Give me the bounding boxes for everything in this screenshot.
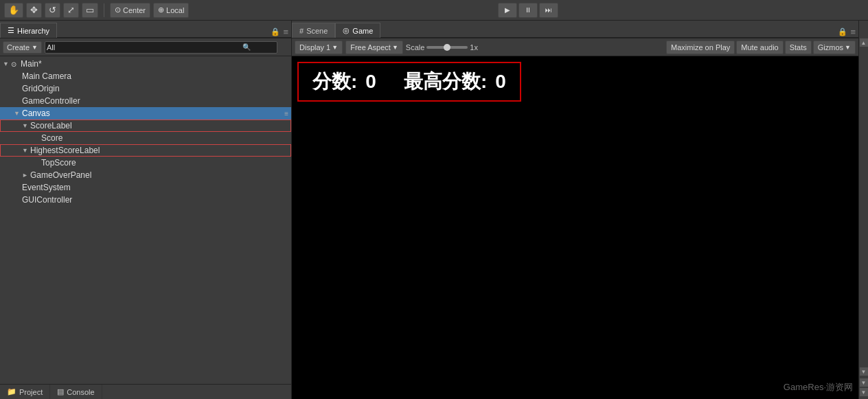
project-tab[interactable]: 📁 Project bbox=[0, 385, 50, 400]
menu-icon[interactable]: ≡ bbox=[283, 27, 288, 37]
game-toolbar-right: Maximize on Play Mute audio Stats Gizmos… bbox=[666, 41, 856, 54]
play-button[interactable]: ▶ bbox=[498, 3, 517, 18]
scene-tab-icon: # bbox=[299, 27, 304, 35]
step-button[interactable]: ⏭ bbox=[539, 3, 558, 18]
hier-item-guicontroller[interactable]: GUIController bbox=[0, 194, 291, 206]
gizmos-button[interactable]: Gizmos ▼ bbox=[813, 41, 856, 54]
scroll-down-button-2[interactable]: ▼ bbox=[860, 378, 868, 387]
move-tool-button[interactable]: ✥ bbox=[26, 3, 42, 18]
display-button[interactable]: Display 1 ▼ bbox=[295, 41, 343, 54]
score-group: 分数: 0 bbox=[312, 69, 376, 95]
hierarchy-tab[interactable]: ☰ Hierarchy bbox=[0, 23, 57, 38]
scale-tool-button[interactable]: ⤢ bbox=[63, 3, 79, 18]
watermark: GameRes·游资网 bbox=[784, 381, 853, 394]
high-score-label: 最高分数: bbox=[404, 69, 487, 95]
create-dropdown-icon: ▼ bbox=[32, 44, 38, 51]
right-panel-menu-icon[interactable]: ≡ bbox=[850, 27, 856, 37]
game-tab-icon: ◎ bbox=[343, 26, 350, 35]
scale-slider[interactable] bbox=[426, 46, 468, 49]
rotate-tool-button[interactable]: ↺ bbox=[45, 3, 60, 18]
scroll-up-button[interactable]: ▲ bbox=[860, 38, 868, 47]
top-toolbar: ✋ ✥ ↺ ⤢ ▭ ⊙ Center ⊕ Local ▶ ⏸ ⏭ bbox=[0, 0, 868, 21]
create-button[interactable]: Create ▼ bbox=[3, 41, 42, 54]
aspect-dropdown-icon: ▼ bbox=[392, 44, 398, 51]
hier-item-gameoverpanel[interactable]: ► GameOverPanel bbox=[0, 169, 291, 181]
local-button[interactable]: ⊕ Local bbox=[153, 3, 189, 18]
console-tab[interactable]: ▤ Console bbox=[50, 385, 102, 400]
scale-control: Scale 1x bbox=[406, 43, 478, 52]
right-panel-lock-icon[interactable]: 🔒 bbox=[838, 27, 847, 36]
project-icon: 📁 bbox=[7, 387, 16, 396]
game-tab[interactable]: ◎ Game bbox=[335, 23, 380, 38]
scene-tab[interactable]: # Scene bbox=[292, 23, 335, 38]
search-icon: 🔍 bbox=[242, 43, 251, 51]
center-button[interactable]: ⊙ Center bbox=[110, 3, 150, 18]
hierarchy-tree: ▼ ⊙ Main* Main Camera GridOrigin GameCon… bbox=[0, 56, 291, 384]
gizmos-dropdown-icon: ▼ bbox=[845, 44, 851, 51]
high-score-group: 最高分数: 0 bbox=[404, 69, 506, 95]
maximize-on-play-button[interactable]: Maximize on Play bbox=[666, 41, 735, 54]
aspect-button[interactable]: Free Aspect ▼ bbox=[345, 41, 403, 54]
scene-icon: ⊙ bbox=[11, 60, 21, 68]
scroll-down-button-3[interactable]: ▼ bbox=[860, 388, 868, 396]
pause-icon: ⏸ bbox=[525, 6, 532, 14]
game-viewport: 分数: 0 最高分数: 0 GameRes·游资网 bbox=[292, 56, 858, 399]
hier-item-eventsystem[interactable]: EventSystem bbox=[0, 181, 291, 194]
hier-item-score[interactable]: Score bbox=[0, 132, 291, 144]
hier-item-gamecontroller[interactable]: GameController bbox=[0, 95, 291, 107]
hierarchy-panel: ☰ Hierarchy 🔒 ≡ Create ▼ 🔍 ▼ ⊙ bbox=[0, 21, 292, 399]
pause-button[interactable]: ⏸ bbox=[518, 3, 538, 18]
right-scrollbar: ▲ ▼ ▼ ▼ bbox=[858, 21, 868, 399]
console-icon: ▤ bbox=[57, 387, 64, 396]
hier-item-highestscorelabel[interactable]: ▼ HighestScoreLabel bbox=[0, 144, 291, 157]
game-toolbar: Display 1 ▼ Free Aspect ▼ Scale 1x Maxim… bbox=[292, 38, 858, 56]
hierarchy-tab-icon: ☰ bbox=[8, 26, 14, 35]
toolbar-separator-1 bbox=[104, 3, 104, 17]
right-panel: # Scene ◎ Game 🔒 ≡ Display 1 ▼ Free Aspe… bbox=[292, 21, 858, 399]
score-value: 0 bbox=[365, 71, 376, 93]
local-icon: ⊕ bbox=[158, 5, 164, 14]
hier-item-main-camera[interactable]: Main Camera bbox=[0, 70, 291, 82]
mute-audio-button[interactable]: Mute audio bbox=[736, 41, 783, 54]
bottom-tab-bar: 📁 Project ▤ Console bbox=[0, 384, 291, 399]
main-content: ☰ Hierarchy 🔒 ≡ Create ▼ 🔍 ▼ ⊙ bbox=[0, 21, 868, 399]
play-icon: ▶ bbox=[505, 6, 510, 14]
scroll-down-button[interactable]: ▼ bbox=[860, 367, 868, 376]
rect-tool-button[interactable]: ▭ bbox=[82, 3, 98, 18]
hier-item-topscore[interactable]: TopScore bbox=[0, 157, 291, 169]
scene-game-tab-bar: # Scene ◎ Game 🔒 ≡ bbox=[292, 21, 858, 38]
lock-icon[interactable]: 🔒 bbox=[271, 27, 280, 36]
hier-item-gridorigin[interactable]: GridOrigin bbox=[0, 82, 291, 95]
score-box: 分数: 0 最高分数: 0 bbox=[297, 62, 521, 102]
high-score-value: 0 bbox=[495, 71, 506, 93]
hand-tool-button[interactable]: ✋ bbox=[4, 3, 23, 18]
center-icon: ⊙ bbox=[115, 5, 121, 14]
hierarchy-header: Create ▼ 🔍 bbox=[0, 38, 291, 56]
scale-slider-thumb bbox=[444, 44, 450, 51]
step-icon: ⏭ bbox=[545, 6, 552, 14]
score-label: 分数: bbox=[312, 69, 357, 95]
hier-options-icon: ≡ bbox=[284, 110, 288, 117]
display-dropdown-icon: ▼ bbox=[332, 44, 338, 51]
hier-item-main[interactable]: ▼ ⊙ Main* bbox=[0, 58, 291, 70]
hierarchy-tab-bar: ☰ Hierarchy 🔒 ≡ bbox=[0, 21, 291, 38]
hier-item-canvas[interactable]: ▼ Canvas ≡ bbox=[0, 107, 291, 119]
stats-button[interactable]: Stats bbox=[785, 41, 812, 54]
hier-item-scorelabel[interactable]: ▼ ScoreLabel bbox=[0, 119, 291, 132]
play-controls: ▶ ⏸ ⏭ bbox=[498, 3, 558, 18]
